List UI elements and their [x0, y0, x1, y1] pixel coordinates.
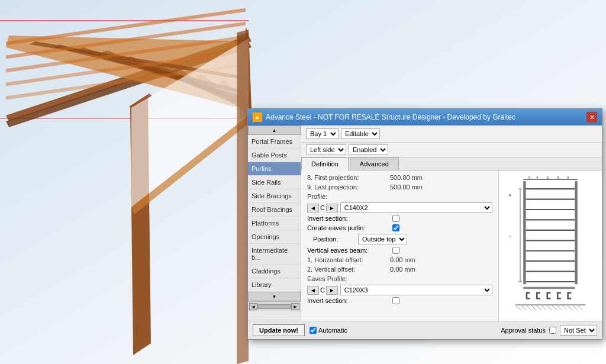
sidebar-scroll-up[interactable]: ▲	[248, 125, 301, 135]
tab-advanced[interactable]: Advanced	[350, 157, 399, 170]
svg-rect-53	[526, 298, 530, 299]
svg-text:4.: 4.	[536, 175, 539, 179]
svg-rect-59	[546, 298, 550, 299]
position-label: Position:	[313, 236, 354, 243]
vertical-eaves-row: Vertical eaves beam:	[307, 247, 492, 254]
eaves-invert-label: Invert section:	[307, 297, 390, 304]
sidebar-item-purlins[interactable]: Purlins	[248, 162, 301, 176]
svg-rect-52	[526, 294, 528, 298]
horiz-offset-row: 1. Horizontal offset: 0.00 mm	[307, 256, 492, 263]
svg-rect-34	[523, 181, 526, 284]
position-select[interactable]: Outside top	[358, 234, 407, 244]
profile-label: Profile:	[307, 193, 390, 200]
svg-text:3.: 3.	[546, 175, 549, 179]
form-content: 8. First projection: 500.00 mm 9. Last p…	[301, 170, 498, 321]
sidebar-scroll-down[interactable]: ▼	[248, 292, 301, 301]
sidebar-item-library[interactable]: Library	[248, 278, 301, 292]
sidebar-item-side-rails[interactable]: Side Rails	[248, 176, 301, 189]
diagram-panel: 5. 4. 3. 3. 2 8.	[498, 170, 602, 321]
hscroll-left-btn[interactable]: ◄	[249, 303, 257, 310]
svg-line-75	[557, 305, 562, 310]
svg-rect-57	[546, 292, 550, 294]
dialog-body: ▲ Portal Frames Gable Posts Purlins Side…	[248, 125, 602, 321]
automatic-checkbox[interactable]	[310, 327, 317, 334]
svg-line-70	[531, 305, 536, 310]
profile-select[interactable]: C140X2	[340, 202, 492, 213]
bay-select[interactable]: Bay 1	[306, 128, 339, 139]
eaves-invert-checkbox[interactable]	[392, 297, 399, 304]
tab-definition[interactable]: Definition	[301, 157, 349, 170]
tabs-row: Definition Advanced	[301, 157, 602, 170]
svg-line-68	[521, 305, 526, 310]
create-eaves-checkbox[interactable]	[392, 224, 399, 231]
approval-checkbox[interactable]	[549, 327, 556, 334]
svg-text:3.: 3.	[557, 175, 560, 179]
svg-line-73	[546, 305, 552, 310]
svg-text:7.: 7.	[509, 234, 512, 239]
sidebar-item-side-bracings[interactable]: Side Bracings	[248, 189, 301, 203]
svg-line-74	[552, 305, 557, 310]
main-content-area: Bay 1 Editable Left side Enabled Definit…	[301, 125, 602, 321]
svg-rect-54	[536, 292, 540, 294]
svg-text:5.: 5.	[528, 175, 531, 179]
last-projection-label: 9. Last projection:	[307, 183, 390, 191]
sidebar-item-platforms[interactable]: Platforms	[248, 217, 301, 230]
sidebar: ▲ Portal Frames Gable Posts Purlins Side…	[248, 125, 301, 321]
svg-rect-60	[557, 292, 561, 294]
eaves-profile-arrow-right[interactable]: ►	[326, 286, 338, 295]
svg-rect-61	[557, 294, 559, 298]
dialog-footer: Update now! Automatic Approval status No…	[248, 321, 602, 339]
profile-selector-row: ◄ C ► C140X2	[307, 202, 492, 213]
vertical-eaves-label: Vertical eaves beam:	[307, 247, 390, 254]
first-projection-label: 8. First projection:	[307, 174, 390, 181]
svg-rect-63	[567, 292, 571, 294]
close-button[interactable]: ✕	[586, 112, 597, 123]
create-eaves-row: Create eaves purlin:	[307, 224, 492, 231]
profile-label-row: Profile:	[307, 193, 492, 200]
side-select[interactable]: Left side	[306, 144, 346, 155]
structure-diagram: 5. 4. 3. 3. 2 8.	[502, 173, 599, 318]
eaves-purlin-4	[557, 292, 561, 299]
svg-line-71	[536, 305, 541, 310]
profile-arrow-right[interactable]: ►	[326, 204, 338, 212]
invert-section-row: Invert section:	[307, 215, 492, 222]
hscroll-track	[257, 304, 291, 309]
sidebar-item-openings[interactable]: Openings	[248, 230, 301, 244]
approval-row: Approval status Not Set	[501, 325, 597, 336]
hscroll-right-btn[interactable]: ►	[291, 303, 299, 310]
svg-line-67	[515, 305, 521, 310]
eaves-profile-nav: ◄ C ►	[307, 286, 338, 295]
form-diagram-container: 8. First projection: 500.00 mm 9. Last p…	[301, 170, 602, 321]
svg-line-72	[541, 305, 547, 310]
svg-marker-26	[237, 33, 249, 364]
svg-line-77	[567, 305, 572, 310]
invert-section-checkbox[interactable]	[392, 215, 399, 222]
sidebar-item-claddings[interactable]: Claddings	[248, 265, 301, 278]
vertical-eaves-checkbox[interactable]	[392, 247, 399, 254]
sidebar-item-intermediate[interactable]: Intermediate b...	[248, 244, 301, 265]
sidebar-item-gable-posts[interactable]: Gable Posts	[248, 149, 301, 162]
approval-select[interactable]: Not Set	[560, 325, 597, 336]
first-projection-value: 500.00 mm	[390, 174, 423, 181]
titlebar-left: ▲ Advance Steel - NOT FOR RESALE Structu…	[253, 112, 515, 122]
main-dialog: ▲ Advance Steel - NOT FOR RESALE Structu…	[247, 108, 602, 340]
eaves-profile-label-row: Eaves Profile:	[307, 275, 492, 282]
update-now-button[interactable]: Update now!	[253, 324, 305, 336]
eaves-profile-select[interactable]: C120X3	[340, 285, 492, 295]
svg-rect-62	[557, 298, 561, 299]
svg-rect-56	[536, 298, 540, 299]
eaves-purlin-1	[526, 292, 530, 299]
app-logo-icon: ▲	[253, 112, 262, 122]
vert-offset-label: 2. Vertical offset:	[307, 266, 390, 273]
automatic-label-container: Automatic	[310, 327, 347, 334]
editable-select[interactable]: Editable	[341, 128, 380, 139]
profile-arrow-left[interactable]: ◄	[307, 204, 319, 212]
eaves-profile-arrow-left[interactable]: ◄	[307, 286, 319, 295]
dialog-titlebar: ▲ Advance Steel - NOT FOR RESALE Structu…	[248, 109, 602, 125]
sidebar-item-roof-bracings[interactable]: Roof Bracings	[248, 203, 301, 217]
svg-line-76	[562, 305, 568, 310]
enabled-select[interactable]: Enabled	[349, 144, 388, 155]
last-projection-row: 9. Last projection: 500.00 mm	[307, 183, 492, 191]
invert-section-label: Invert section:	[307, 215, 390, 222]
sidebar-item-portal-frames[interactable]: Portal Frames	[248, 135, 301, 149]
